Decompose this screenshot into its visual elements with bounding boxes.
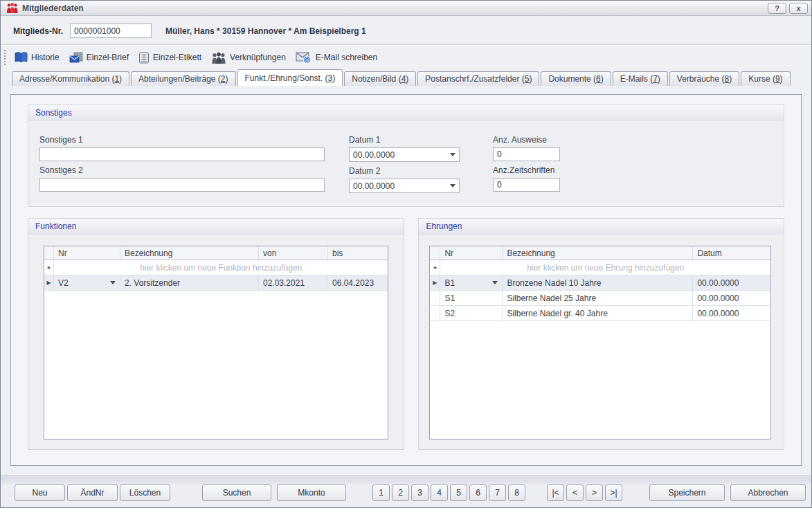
- sonstiges-group-header: Sonstiges: [28, 105, 784, 121]
- tab-funkt-ehrung-sonst[interactable]: Funkt./Ehrung/Sonst. (3): [237, 69, 343, 86]
- close-button[interactable]: x: [789, 3, 808, 14]
- funktionen-von-cell[interactable]: 02.03.2021: [259, 275, 328, 290]
- people-icon: [211, 52, 226, 64]
- toolbar-grip[interactable]: [3, 49, 6, 66]
- funktionen-nr-cell[interactable]: V2: [54, 275, 120, 290]
- window-title: Mitgliederdaten: [22, 3, 765, 13]
- ehrungen-row-1[interactable]: S1 Silberne Nadel 25 Jahre 00.00.0000: [430, 291, 770, 306]
- tab-kurse[interactable]: Kurse (9): [741, 71, 790, 86]
- sonstiges1-label: Sonstiges 1: [39, 135, 325, 145]
- ehrungen-new-row[interactable]: * hier klicken um neue Ehrung hinzuzufüg…: [430, 260, 770, 275]
- row-selector-header: [44, 246, 54, 260]
- members-icon: [6, 3, 19, 13]
- column-header-nr: Nr: [440, 246, 503, 260]
- funktionen-grid: Nr Bezeichnung von bis * hier klicken um…: [44, 246, 388, 439]
- datum2-label: Datum 2: [349, 166, 460, 176]
- mkonto-button[interactable]: Mkonto: [277, 484, 346, 501]
- row-selector-header: [430, 246, 440, 260]
- page-8-button[interactable]: 8: [508, 484, 525, 501]
- tab-abteilungen-beitraege[interactable]: Abteilungen/Beiträge (2): [131, 71, 235, 86]
- ehrungen-datum-cell[interactable]: 00.00.0000: [693, 275, 770, 290]
- tab-dokumente[interactable]: Dokumente (6): [541, 71, 611, 86]
- einzel-etikett-label: Einzel-Etikett: [153, 53, 201, 62]
- funktionen-bis-cell[interactable]: 06.04.2023: [328, 275, 388, 290]
- ehrungen-nr-cell[interactable]: S1: [440, 291, 503, 305]
- historie-button[interactable]: Historie: [10, 49, 64, 66]
- tab-content-panel: Sonstiges Sonstiges 1 Sonstiges 2 Datum …: [10, 94, 802, 466]
- current-row-icon: ▶: [430, 275, 440, 290]
- funktionen-row-0[interactable]: ▶ V2 2. Vorsitzender 02.03.2021 06.04.20…: [44, 275, 388, 291]
- tab-adresse-kommunikation[interactable]: Adresse/Kommunikation (1): [12, 71, 129, 86]
- title-bar: Mitgliederdaten ? x: [1, 1, 811, 16]
- prev-record-button[interactable]: <: [566, 484, 584, 501]
- sonstiges2-input[interactable]: [39, 178, 325, 192]
- column-header-von: von: [259, 246, 328, 260]
- ehrungen-header-row: Nr Bezeichnung Datum: [430, 246, 770, 260]
- datum1-combobox[interactable]: 00.00.0000: [349, 147, 460, 162]
- ehrungen-nr-cell[interactable]: S2: [440, 306, 503, 320]
- column-header-bis: bis: [328, 246, 388, 260]
- suchen-button[interactable]: Suchen: [202, 484, 271, 501]
- email-schreiben-button[interactable]: @ E-Mail schreiben: [291, 48, 382, 66]
- ehrungen-datum-cell[interactable]: 00.00.0000: [693, 306, 770, 320]
- last-record-button[interactable]: >|: [605, 484, 622, 501]
- ehrungen-row-2[interactable]: S2 Silberne Nadel gr. 40 Jahre 00.00.000…: [430, 306, 770, 321]
- sonstiges1-input[interactable]: [39, 147, 325, 161]
- member-no-label: Mitglieds-Nr.: [13, 26, 63, 36]
- chevron-down-icon: [450, 153, 455, 156]
- page-1-button[interactable]: 1: [372, 484, 390, 501]
- anz-zeitschriften-input[interactable]: [493, 178, 560, 192]
- help-button[interactable]: ?: [768, 3, 786, 14]
- aendnr-button[interactable]: ÄndNr: [67, 484, 118, 501]
- verknuepfungen-button[interactable]: Verknüpfungen: [206, 49, 291, 66]
- ehrungen-nr-cell[interactable]: B1: [440, 275, 503, 290]
- neu-button[interactable]: Neu: [15, 484, 65, 501]
- next-record-button[interactable]: >: [586, 484, 603, 501]
- historie-label: Historie: [31, 53, 60, 62]
- page-3-button[interactable]: 3: [411, 484, 428, 501]
- current-row-icon: ▶: [44, 275, 54, 290]
- abbrechen-button[interactable]: Abbrechen: [730, 484, 806, 501]
- row-selector: [430, 306, 440, 320]
- row-selector: [430, 291, 440, 305]
- tab-postanschr-zusatzfelder[interactable]: Postanschrf./Zusatzfelder (5): [417, 71, 539, 86]
- funktionen-bezeichnung-cell[interactable]: 2. Vorsitzender: [120, 275, 259, 290]
- page-5-button[interactable]: 5: [450, 484, 467, 501]
- page-7-button[interactable]: 7: [489, 484, 506, 501]
- funktionen-new-row-hint: hier klicken um neue Funktion hinzuzufüg…: [54, 263, 388, 273]
- anz-ausweise-input[interactable]: [493, 147, 560, 161]
- speichern-button[interactable]: Speichern: [649, 484, 725, 501]
- ehrungen-bezeichnung-cell[interactable]: Bronzene Nadel 10 Jahre: [503, 275, 693, 290]
- ehrungen-row-0[interactable]: ▶ B1 Bronzene Nadel 10 Jahre 00.00.0000: [430, 275, 770, 291]
- funktionen-header-row: Nr Bezeichnung von bis: [44, 246, 388, 260]
- ehrungen-group: Ehrungen Nr Bezeichnung Datum * hier kli…: [418, 218, 784, 450]
- member-summary: Müller, Hans * 30159 Hannover * Am Beisp…: [165, 26, 366, 36]
- column-header-bezeichnung: Bezeichnung: [503, 246, 693, 260]
- column-header-nr: Nr: [54, 246, 120, 260]
- einzel-brief-button[interactable]: Einzel-Brief: [64, 49, 134, 66]
- page-6-button[interactable]: 6: [469, 484, 487, 501]
- ehrungen-bezeichnung-cell[interactable]: Silberne Nadel 25 Jahre: [503, 291, 693, 305]
- einzel-etikett-button[interactable]: Einzel-Etikett: [134, 49, 206, 66]
- ehrungen-datum-cell[interactable]: 00.00.0000: [693, 291, 770, 305]
- chevron-down-icon[interactable]: [492, 281, 498, 284]
- ehrungen-group-header: Ehrungen: [419, 219, 784, 235]
- loeschen-button[interactable]: Löschen: [120, 484, 170, 501]
- datum2-combobox[interactable]: 00.00.0000: [349, 179, 460, 193]
- member-no-input[interactable]: [70, 24, 152, 38]
- tab-verbraeuche[interactable]: Verbräuche (8): [669, 71, 739, 86]
- page-2-button[interactable]: 2: [392, 484, 409, 501]
- chevron-down-icon[interactable]: [110, 281, 116, 284]
- page-buttons: 1 2 3 4 5 6 7 8: [372, 484, 527, 501]
- ehrungen-bezeichnung-cell[interactable]: Silberne Nadel gr. 40 Jahre: [503, 306, 693, 320]
- tab-notizen-bild[interactable]: Notizen/Bild (4): [344, 71, 416, 86]
- funktionen-new-row[interactable]: * hier klicken um neue Funktion hinzuzuf…: [44, 260, 388, 275]
- tab-emails[interactable]: E-Mails (7): [613, 71, 668, 86]
- einzel-brief-label: Einzel-Brief: [87, 53, 129, 62]
- page-4-button[interactable]: 4: [431, 484, 448, 501]
- sonstiges-group: Sonstiges Sonstiges 1 Sonstiges 2 Datum …: [28, 105, 784, 207]
- new-row-icon: *: [430, 260, 440, 275]
- svg-text:@: @: [304, 57, 309, 63]
- first-record-button[interactable]: |<: [547, 484, 564, 501]
- column-header-datum: Datum: [693, 246, 770, 260]
